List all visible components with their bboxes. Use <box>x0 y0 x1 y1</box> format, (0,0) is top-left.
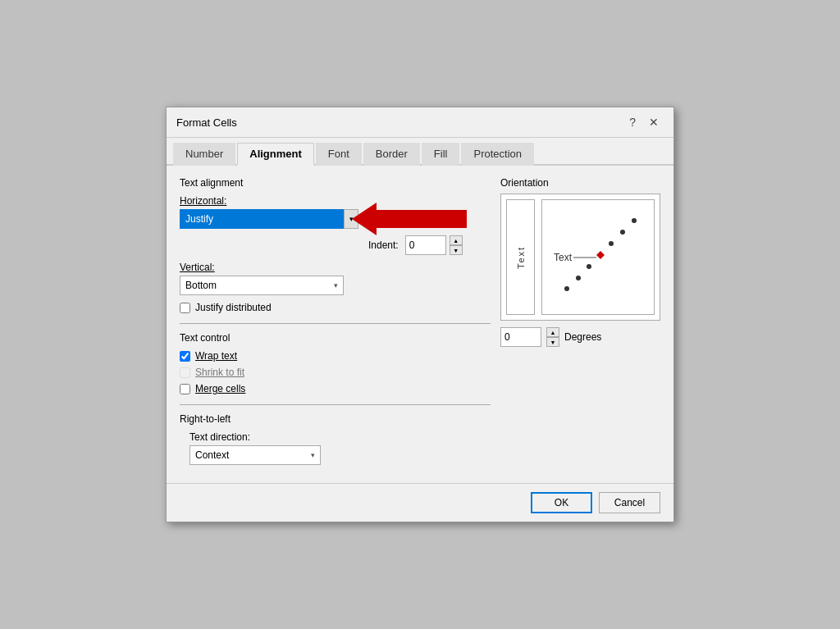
indent-down-button[interactable]: ▼ <box>450 245 463 255</box>
orientation-diagonal[interactable]: Text <box>541 199 655 315</box>
cancel-button[interactable]: Cancel <box>599 492 660 513</box>
shrink-to-fit-checkbox[interactable] <box>180 367 190 378</box>
tab-protection[interactable]: Protection <box>461 143 534 166</box>
text-direction-label: Text direction: <box>189 431 491 443</box>
indent-input[interactable] <box>405 235 446 255</box>
rtl-section: Right-to-left Text direction: Context ▾ <box>180 413 491 465</box>
horizontal-row: Justify ▾ <box>180 209 491 229</box>
red-arrow-annotation <box>352 203 467 235</box>
indent-row: Indent: ▲ ▼ <box>180 235 491 255</box>
wrap-text-label: Wrap text <box>195 350 237 362</box>
footer: OK Cancel <box>167 483 673 522</box>
indent-spinner: ▲ ▼ <box>405 235 463 255</box>
tab-alignment[interactable]: Alignment <box>237 143 314 166</box>
left-panel: Text alignment Horizontal: Justify ▾ <box>180 177 491 465</box>
text-direction-row: Context ▾ <box>189 445 491 465</box>
merge-cells-row: Merge cells <box>180 383 491 394</box>
ok-button[interactable]: OK <box>531 492 592 513</box>
horizontal-dropdown[interactable]: Justify <box>180 209 344 229</box>
degrees-spinner-buttons: ▲ ▼ <box>546 327 559 347</box>
text-alignment-section: Text alignment Horizontal: Justify ▾ <box>180 177 491 313</box>
orientation-heading: Orientation <box>500 177 660 189</box>
help-button[interactable]: ? <box>624 114 641 130</box>
tab-number[interactable]: Number <box>173 143 235 166</box>
orientation-panel: Orientation Text <box>500 177 660 465</box>
orientation-vertical-text[interactable]: Text <box>506 199 535 315</box>
vertical-label: Vertical: <box>180 262 491 273</box>
arrow-head <box>352 203 377 235</box>
justify-distributed-checkbox[interactable] <box>180 303 190 313</box>
orientation-text-label: Text <box>554 252 572 263</box>
tab-bar: Number Alignment Font Border Fill Protec… <box>167 138 673 166</box>
degrees-down-button[interactable]: ▼ <box>546 337 559 347</box>
divider-2 <box>180 404 491 405</box>
vertical-dropdown-arrow: ▾ <box>334 281 338 289</box>
justify-distributed-row: Justify distributed <box>180 302 491 313</box>
degrees-label: Degrees <box>564 331 601 343</box>
justify-distributed-label: Justify distributed <box>195 302 272 313</box>
shrink-to-fit-label: Shrink to fit <box>195 367 244 378</box>
format-cells-dialog: Format Cells ? ✕ Number Alignment Font B… <box>166 107 674 522</box>
degrees-input[interactable] <box>500 327 541 347</box>
wrap-text-row: Wrap text <box>180 350 491 362</box>
text-direction-dropdown[interactable]: Context ▾ <box>189 445 321 465</box>
orientation-box: Text Text <box>500 194 660 321</box>
close-button[interactable]: ✕ <box>644 114 664 130</box>
main-layout: Text alignment Horizontal: Justify ▾ <box>180 177 660 465</box>
rtl-heading: Right-to-left <box>180 413 491 425</box>
indent-label: Indent: <box>368 239 399 251</box>
wrap-text-checkbox[interactable] <box>180 351 190 362</box>
arrow-body <box>377 210 467 228</box>
tab-font[interactable]: Font <box>316 143 362 166</box>
text-alignment-heading: Text alignment <box>180 177 491 189</box>
dialog-title: Format Cells <box>176 116 237 129</box>
merge-cells-label: Merge cells <box>195 383 245 394</box>
indent-spinner-buttons: ▲ ▼ <box>450 235 463 255</box>
shrink-to-fit-row: Shrink to fit <box>180 367 491 378</box>
vertical-dropdown[interactable]: Bottom ▾ <box>180 276 344 295</box>
merge-cells-checkbox[interactable] <box>180 384 190 394</box>
title-bar: Format Cells ? ✕ <box>167 107 673 138</box>
tab-border[interactable]: Border <box>363 143 420 166</box>
degrees-up-button[interactable]: ▲ <box>546 327 559 337</box>
text-control-heading: Text control <box>180 332 491 344</box>
tab-content: Text alignment Horizontal: Justify ▾ <box>167 166 673 476</box>
indent-up-button[interactable]: ▲ <box>450 235 463 245</box>
degrees-row: ▲ ▼ Degrees <box>500 327 660 347</box>
divider-1 <box>180 323 491 324</box>
text-direction-dropdown-arrow: ▾ <box>311 451 315 459</box>
vertical-row: Bottom ▾ <box>180 276 491 295</box>
title-bar-buttons: ? ✕ <box>624 114 664 130</box>
orientation-line <box>573 257 596 258</box>
tab-fill[interactable]: Fill <box>422 143 460 166</box>
